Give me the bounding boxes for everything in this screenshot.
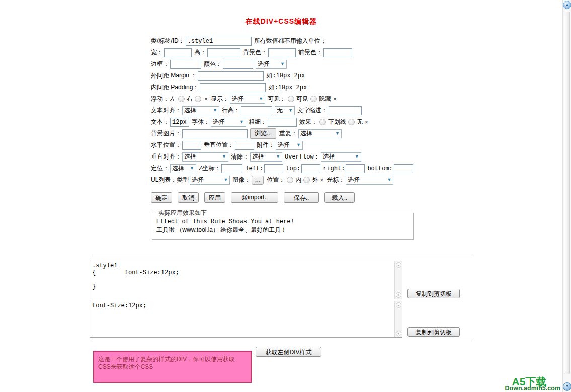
border-color-input[interactable] xyxy=(223,60,253,69)
divider-top xyxy=(90,256,472,256)
repeat-select[interactable]: 选择 ▼ xyxy=(298,129,342,138)
scroll-down-icon[interactable]: ▼ xyxy=(396,292,401,298)
copy-inline-css-button[interactable]: 复制到剪切板 xyxy=(407,327,460,337)
top-label: top: xyxy=(286,165,300,172)
effect-clear-x[interactable]: × xyxy=(365,119,368,126)
save-button[interactable]: 保存.. xyxy=(284,192,319,203)
no-effect-radio[interactable] xyxy=(348,119,355,125)
ok-button[interactable]: 确定 xyxy=(151,192,172,203)
attachment-select[interactable]: 选择 ▼ xyxy=(276,141,303,150)
padding-input[interactable] xyxy=(200,83,266,92)
border-style-select[interactable]: 选择 ▼ xyxy=(256,60,287,69)
border-style-select-value: 选择 xyxy=(258,60,270,68)
css-inline-scrollbar[interactable]: ▲ ▼ xyxy=(394,301,402,337)
preview-fieldset: 实际应用效果如下 Effect of This Rule Shows You a… xyxy=(152,209,414,240)
demo-styled-div: 这是一个使用了复杂的样式的DIV，你可以使用获取CSS来获取这个CSS xyxy=(93,351,252,383)
text-indent-input[interactable] xyxy=(329,106,362,115)
visibility-clear-x[interactable]: × xyxy=(333,96,337,103)
load-button[interactable]: 载入.. xyxy=(324,192,355,203)
row-bg-position: 水平位置： 垂直位置： 附件： 选择 ▼ xyxy=(151,139,423,151)
scroll-down-icon[interactable]: ▼ xyxy=(396,331,401,336)
overflow-select[interactable]: 选择 ▼ xyxy=(321,152,361,162)
css-full-row: .style1 { font-Size:12px; } ▲ ▼ 复制到剪切板 xyxy=(90,261,472,299)
preview-legend: 实际应用效果如下 xyxy=(156,209,209,217)
margin-input[interactable] xyxy=(198,71,264,81)
cancel-button[interactable]: 取消 xyxy=(178,192,199,203)
copy-full-css-button[interactable]: 复制到剪切板 xyxy=(407,289,460,298)
float-clear-x[interactable]: × xyxy=(204,96,208,103)
text-size-input[interactable] xyxy=(170,118,189,127)
margin-label: 外间距 Margin ： xyxy=(151,71,197,80)
apply-button[interactable]: 应用 xyxy=(204,192,225,203)
height-input[interactable] xyxy=(207,48,240,57)
border-width-input[interactable] xyxy=(170,60,201,69)
position-select[interactable]: 选择 ▼ xyxy=(170,164,196,173)
right-label: right: xyxy=(323,165,345,172)
css-inline-textarea[interactable]: font-Size:12px; xyxy=(90,301,394,337)
row-margin: 外间距 Margin ： 如:10px 2px xyxy=(151,70,423,82)
font-select[interactable]: 选择 ▼ xyxy=(211,118,246,127)
list-pos-label: 位置： xyxy=(267,176,285,184)
ul-type-select[interactable]: 选择 ▼ xyxy=(190,176,230,185)
padding-label: 内间距 Padding： xyxy=(151,83,199,92)
font-weight-label: 粗细： xyxy=(249,118,267,126)
get-div-style-button[interactable]: 获取左侧DIV样式 xyxy=(256,347,321,357)
row-class-id: 类/标签/ID： 所有数值都不用输入单位； xyxy=(151,35,423,47)
row-font: 文本： 字体： 选择 ▼ 粗细： 效果： 下划线 无 × xyxy=(151,116,423,128)
clear-select[interactable]: 选择 ▼ xyxy=(250,152,282,162)
h-pos-input[interactable] xyxy=(182,141,201,150)
row-float-display: 浮动： 左 右 × 显示： 选择 ▼ 可见： 可见 隐藏 × xyxy=(151,93,423,105)
class-id-input[interactable] xyxy=(186,37,252,46)
scrollbar-up-button[interactable]: ▲ xyxy=(563,1,571,9)
v-align-select[interactable]: 选择 ▼ xyxy=(182,152,228,162)
list-pos-clear-x[interactable]: × xyxy=(320,177,323,184)
float-right-radio[interactable] xyxy=(195,96,201,102)
hidden-option-label: 隐藏 xyxy=(319,95,331,103)
padding-hint: 如:10px 2px xyxy=(268,83,307,92)
ul-image-browse-button[interactable]: … xyxy=(252,176,264,185)
overflow-label: Overflow： xyxy=(285,152,320,161)
left-input[interactable] xyxy=(264,164,283,173)
font-label: 字体： xyxy=(192,118,210,126)
text-align-select[interactable]: 选择 ▼ xyxy=(182,106,219,115)
bg-color-input[interactable] xyxy=(268,48,296,57)
chevron-down-icon: ▼ xyxy=(276,154,280,159)
browse-button[interactable]: 浏览... xyxy=(250,128,276,139)
display-label: 显示： xyxy=(211,95,229,103)
scroll-up-icon[interactable]: ▲ xyxy=(396,262,401,268)
float-left-radio[interactable] xyxy=(178,96,185,102)
z-index-input[interactable] xyxy=(221,164,242,173)
clear-select-value: 选择 xyxy=(252,152,264,161)
divider-bottom xyxy=(90,342,472,342)
line-height-input[interactable] xyxy=(241,106,272,115)
fg-color-input[interactable] xyxy=(323,48,352,57)
ul-image-label: 图像： xyxy=(232,176,251,184)
import-button[interactable]: @import.. xyxy=(231,192,278,203)
bg-image-input[interactable] xyxy=(182,129,248,138)
cursor-select[interactable]: 选择 ▼ xyxy=(346,176,393,185)
css-full-textarea[interactable]: .style1 { font-Size:12px; } xyxy=(90,261,394,299)
display-select[interactable]: 选择 ▼ xyxy=(230,95,265,104)
right-input[interactable] xyxy=(346,164,365,173)
a5-download-logo[interactable]: A5下载 Down.admin5.com xyxy=(505,376,560,392)
list-inside-radio[interactable] xyxy=(287,177,293,183)
v-pos-input[interactable] xyxy=(235,141,254,150)
fg-color-label: 前景色： xyxy=(298,48,322,57)
bottom-input[interactable] xyxy=(394,164,413,173)
line-height-unit-select[interactable]: 无 ▼ xyxy=(275,106,295,115)
underline-radio[interactable] xyxy=(319,119,326,125)
top-input[interactable] xyxy=(301,164,320,173)
css-full-scrollbar[interactable]: ▲ ▼ xyxy=(394,261,402,299)
v-pos-label: 垂直位置： xyxy=(204,141,234,149)
page-scrollbar[interactable]: ▲ ▼ xyxy=(562,0,571,392)
visible-radio[interactable] xyxy=(288,96,294,102)
list-outside-radio[interactable] xyxy=(303,177,310,183)
chevron-down-icon: ▼ xyxy=(296,143,301,147)
scrollbar-thumb[interactable] xyxy=(564,12,570,374)
hidden-radio[interactable] xyxy=(310,96,317,102)
font-weight-input[interactable] xyxy=(268,118,297,127)
width-input[interactable] xyxy=(164,48,192,57)
effect-label: 效果： xyxy=(299,118,317,126)
scroll-up-icon[interactable]: ▲ xyxy=(396,302,401,308)
scrollbar-down-button[interactable]: ▼ xyxy=(563,382,571,391)
